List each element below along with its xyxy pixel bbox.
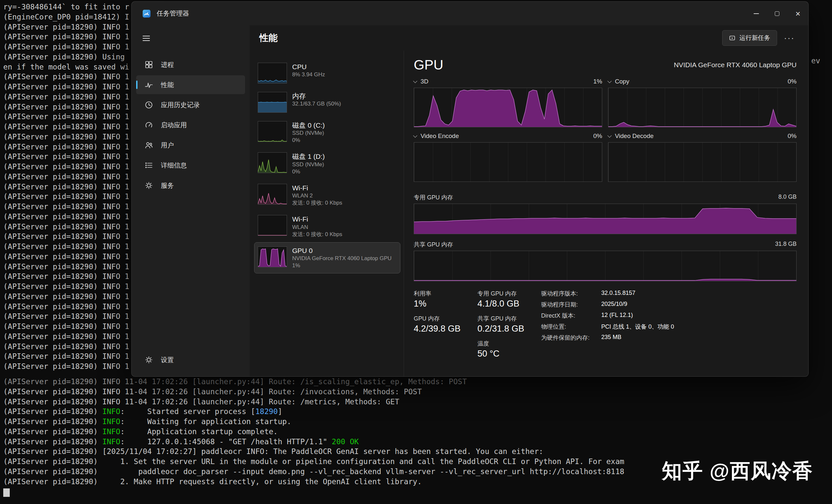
sidebar-item-label: 服务 bbox=[161, 181, 174, 190]
task-manager-window: 任务管理器 × 进程 性能 bbox=[132, 2, 808, 376]
perf-item-memory[interactable]: 内存 32.1/63.7 GB (50%) bbox=[254, 88, 400, 117]
perf-item-sub: SSD (NVMe) bbox=[292, 161, 325, 168]
wifi1-thumbnail-chart bbox=[258, 184, 287, 204]
sidebar-item-performance[interactable]: 性能 bbox=[136, 75, 245, 94]
dedicated-memory-max: 8.0 GB bbox=[778, 194, 797, 201]
perf-item-wifi-2[interactable]: Wi-Fi WLAN 发送: 0 接收: 0 Kbps bbox=[254, 211, 400, 242]
perf-item-sub: 32.1/63.7 GB (50%) bbox=[292, 100, 341, 108]
processes-icon bbox=[145, 60, 153, 69]
chart-label: Video Decode bbox=[615, 133, 654, 139]
sidebar-item-startup-apps[interactable]: 启动应用 bbox=[136, 116, 245, 135]
sidebar-item-label: 用户 bbox=[161, 141, 174, 150]
users-icon bbox=[145, 141, 153, 149]
detail-value: PCI 总线 1、设备 0、功能 0 bbox=[601, 323, 797, 331]
perf-item-sub: WLAN 2 bbox=[292, 192, 342, 199]
perf-item-gpu0[interactable]: GPU 0 NVIDIA GeForce RTX 4060 Laptop GPU… bbox=[254, 242, 400, 274]
perf-item-wifi-1[interactable]: Wi-Fi WLAN 2 发送: 0 接收: 0 Kbps bbox=[254, 179, 400, 211]
shared-memory-label: 共享 GPU 内存 bbox=[414, 241, 453, 248]
utilization-label: 利用率 bbox=[414, 290, 477, 298]
gpu-stats: 利用率 1% GPU 内存 4.2/39.8 GB 专用 GPU 内存 bbox=[414, 290, 797, 365]
shared-memory-stat-label: 共享 GPU 内存 bbox=[477, 315, 541, 323]
watermark-text: 知乎 @西风冷香 bbox=[662, 457, 813, 484]
chevron-down-icon bbox=[607, 79, 612, 83]
disk0-thumbnail-chart bbox=[258, 121, 287, 142]
run-new-task-button[interactable]: 运行新任务 bbox=[722, 30, 777, 46]
chart-percent: 0% bbox=[788, 78, 797, 85]
maximize-button[interactable] bbox=[767, 2, 787, 25]
sidebar-item-processes[interactable]: 进程 bbox=[136, 55, 245, 74]
shared-memory-stat-value: 0.2/31.8 GB bbox=[477, 324, 541, 334]
perf-item-disk0[interactable]: 磁盘 0 (C:) SSD (NVMe) 0% bbox=[254, 117, 400, 148]
content-header: 性能 运行新任务 ··· bbox=[250, 25, 808, 51]
temperature-label: 温度 bbox=[477, 340, 541, 347]
perf-item-sub: NVIDIA GeForce RTX 4060 Laptop GPU bbox=[292, 255, 392, 262]
gpu-video-encode-chart bbox=[414, 142, 602, 182]
chart-label: 3D bbox=[420, 78, 428, 85]
memory-thumbnail-chart bbox=[258, 92, 287, 113]
gpu-panel-title: GPU bbox=[414, 57, 443, 73]
sidebar-item-settings[interactable]: 设置 bbox=[136, 351, 245, 369]
perf-item-title: 磁盘 0 (C:) bbox=[292, 121, 325, 130]
perf-item-sub: 发送: 0 接收: 0 Kbps bbox=[292, 199, 342, 206]
chart-percent: 1% bbox=[594, 78, 602, 85]
cpu-thumbnail-chart bbox=[258, 63, 287, 83]
titlebar[interactable]: 任务管理器 × bbox=[132, 2, 808, 25]
services-gear-icon bbox=[145, 181, 153, 190]
chart-percent: 0% bbox=[594, 133, 602, 140]
sidebar-item-label: 详细信息 bbox=[161, 161, 187, 170]
chevron-down-icon bbox=[413, 134, 417, 138]
detail-label: 物理位置: bbox=[541, 323, 601, 331]
terminal-text-fragment: ev bbox=[811, 56, 820, 65]
close-icon: × bbox=[795, 9, 800, 18]
gauge-icon bbox=[145, 121, 153, 129]
page-title: 性能 bbox=[259, 32, 278, 44]
detail-label: 驱动程序日期: bbox=[541, 301, 601, 308]
close-button[interactable]: × bbox=[787, 2, 808, 25]
perf-item-sub: WLAN bbox=[292, 224, 342, 231]
window-title: 任务管理器 bbox=[157, 9, 189, 18]
dedicated-memory-label: 专用 GPU 内存 bbox=[414, 194, 453, 201]
sidebar-item-services[interactable]: 服务 bbox=[136, 176, 245, 195]
dedicated-memory-stat-label: 专用 GPU 内存 bbox=[477, 290, 541, 298]
wifi2-thumbnail-chart bbox=[258, 215, 287, 236]
selection-indicator bbox=[136, 81, 137, 89]
detail-label: 驱动程序版本: bbox=[541, 290, 601, 298]
perf-item-title: 磁盘 1 (D:) bbox=[292, 152, 325, 161]
minimize-icon bbox=[754, 13, 759, 14]
hamburger-icon bbox=[143, 36, 150, 36]
dedicated-gpu-memory-chart bbox=[414, 204, 797, 234]
engine-selector-3d[interactable]: 3D bbox=[414, 78, 428, 85]
terminal-cursor bbox=[3, 488, 10, 497]
gpu-memory-label: GPU 内存 bbox=[414, 315, 477, 323]
engine-selector-video-decode[interactable]: Video Decode bbox=[608, 133, 654, 140]
gpu-video-decode-chart bbox=[608, 142, 797, 182]
perf-item-sub: 1% bbox=[292, 262, 392, 269]
dedicated-memory-stat-value: 4.1/8.0 GB bbox=[477, 299, 541, 309]
utilization-value: 1% bbox=[414, 299, 477, 309]
perf-item-sub: 8% 3.94 GHz bbox=[292, 71, 325, 78]
sidebar-item-users[interactable]: 用户 bbox=[136, 136, 245, 155]
window-controls: × bbox=[746, 2, 808, 25]
perf-item-cpu[interactable]: CPU 8% 3.94 GHz bbox=[254, 58, 400, 88]
chart-percent: 0% bbox=[788, 133, 797, 140]
minimize-button[interactable] bbox=[746, 2, 767, 25]
chevron-down-icon bbox=[413, 79, 417, 83]
detail-label: 为硬件保留的内存: bbox=[541, 334, 601, 342]
chevron-down-icon bbox=[607, 134, 612, 138]
maximize-icon bbox=[775, 11, 779, 16]
shared-gpu-memory-chart bbox=[414, 251, 797, 281]
details-list-icon bbox=[145, 161, 153, 169]
performance-list: CPU 8% 3.94 GHz 内存 32.1/63.7 GB (50%) bbox=[250, 51, 404, 376]
menu-button[interactable] bbox=[139, 31, 154, 46]
sidebar-item-details[interactable]: 详细信息 bbox=[136, 156, 245, 175]
perf-item-disk1[interactable]: 磁盘 1 (D:) SSD (NVMe) 0% bbox=[254, 148, 400, 179]
perf-item-sub: SSD (NVMe) bbox=[292, 130, 325, 137]
sidebar-item-label: 进程 bbox=[161, 60, 174, 69]
sidebar-item-app-history[interactable]: 应用历史记录 bbox=[136, 95, 245, 114]
perf-item-title: GPU 0 bbox=[292, 247, 392, 255]
detail-value: 32.0.15.8157 bbox=[601, 290, 797, 298]
engine-selector-copy[interactable]: Copy bbox=[608, 78, 629, 85]
more-options-button[interactable]: ··· bbox=[782, 31, 797, 45]
temperature-value: 50 °C bbox=[477, 349, 541, 359]
engine-selector-video-encode[interactable]: Video Encode bbox=[414, 133, 459, 140]
